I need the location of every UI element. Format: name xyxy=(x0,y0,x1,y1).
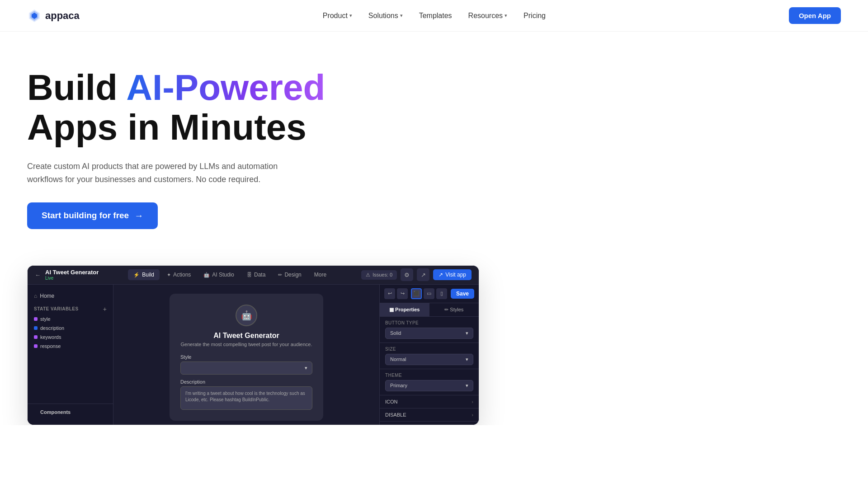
panel-toolbar: ↩ ↪ ⬛ ▭ ▯ Save xyxy=(380,285,479,303)
tweet-card-title: AI Tweet Generator xyxy=(180,332,312,340)
hero-title-plain: Build xyxy=(27,67,126,108)
issues-icon: ⚠ xyxy=(366,272,370,278)
chevron-down-icon: ▾ xyxy=(505,13,507,19)
disable-row[interactable]: DISABLE › xyxy=(380,408,479,422)
brand-logo[interactable]: appaca xyxy=(27,9,80,23)
issues-button[interactable]: ⚠ Issues: 0 xyxy=(361,270,397,280)
theme-dropdown[interactable]: Primary ▾ xyxy=(385,380,473,391)
share-button[interactable]: ↗ xyxy=(417,268,429,281)
app-canvas: 🤖 AI Tweet Generator Generate the most c… xyxy=(113,285,379,425)
live-badge: Live xyxy=(45,276,99,281)
desktop-view-button[interactable]: ⬛ xyxy=(411,288,422,299)
tab-build[interactable]: ⚡ Build xyxy=(128,269,160,280)
nav-link-product[interactable]: Product ▾ xyxy=(323,12,352,20)
tab-design[interactable]: ✏ Design xyxy=(273,269,307,280)
external-link-icon: ↗ xyxy=(439,272,443,278)
nav-link-templates[interactable]: Templates xyxy=(419,12,452,20)
chevron-down-icon: ▾ xyxy=(349,13,352,19)
style-select-chevron: ▾ xyxy=(305,365,307,371)
sidebar-footer: Components xyxy=(28,404,113,419)
cta-button[interactable]: Start building for free → xyxy=(27,202,158,229)
visit-app-label: Visit app xyxy=(445,272,466,278)
components-label: Components xyxy=(34,408,77,417)
logo-icon xyxy=(27,9,42,23)
chevron-down-icon: ▾ xyxy=(400,13,403,19)
styles-tab[interactable]: ✏ Styles xyxy=(429,303,479,316)
hero-subtitle: Create custom AI products that are power… xyxy=(27,160,307,186)
app-preview: ← AI Tweet Generator Live ⚡ Build ✦ Acti… xyxy=(27,265,479,425)
nav-links: Product ▾ Solutions ▾ Templates Resource… xyxy=(323,12,546,20)
sidebar-var-keywords[interactable]: keywords xyxy=(28,333,113,342)
visit-app-button[interactable]: ↗ Visit app xyxy=(433,269,472,280)
mobile-view-button[interactable]: ▯ xyxy=(436,288,447,299)
panel-tabs: ▦ Properties ✏ Styles xyxy=(380,303,479,317)
tab-data[interactable]: 🗄 Data xyxy=(241,269,271,280)
nav-item-resources[interactable]: Resources ▾ xyxy=(468,12,507,20)
add-state-var-button[interactable]: + xyxy=(103,305,107,313)
styles-icon: ✏ xyxy=(444,307,450,312)
button-type-dropdown[interactable]: Solid ▾ xyxy=(385,328,473,339)
theme-label: Theme xyxy=(385,373,473,378)
size-label: Size xyxy=(385,347,473,352)
open-app-button[interactable]: Open App xyxy=(789,7,841,24)
button-type-section: Button type Solid ▾ xyxy=(380,317,479,343)
theme-section: Theme Primary ▾ xyxy=(380,369,479,395)
interactions-row[interactable]: INTERACTIONS › xyxy=(380,422,479,425)
sidebar-home-label: Home xyxy=(40,293,54,299)
nav-item-templates[interactable]: Templates xyxy=(419,12,452,20)
nav-link-solutions[interactable]: Solutions ▾ xyxy=(368,12,403,20)
tab-more-label: More xyxy=(314,272,326,278)
state-vars-title: State variables + xyxy=(34,305,107,313)
cta-arrow-icon: → xyxy=(134,211,143,221)
tab-ai-studio-label: AI Studio xyxy=(212,272,234,278)
tab-build-label: Build xyxy=(142,272,154,278)
nav-link-pricing[interactable]: Pricing xyxy=(524,12,546,20)
app-title-wrap: AI Tweet Generator Live xyxy=(45,269,99,281)
navbar: appaca Product ▾ Solutions ▾ Templates R… xyxy=(0,0,868,32)
settings-button[interactable]: ⚙ xyxy=(401,268,413,281)
hero-section: Build AI-Powered Apps in Minutes Create … xyxy=(0,32,407,247)
nav-link-resources[interactable]: Resources ▾ xyxy=(468,12,507,20)
cta-label: Start building for free xyxy=(42,211,129,221)
right-panel: ↩ ↪ ⬛ ▭ ▯ Save ▦ Properties xyxy=(379,285,479,425)
tab-ai-studio[interactable]: 🤖 AI Studio xyxy=(198,269,240,280)
nav-item-product[interactable]: Product ▾ xyxy=(323,12,352,20)
actions-icon: ✦ xyxy=(167,272,171,278)
tablet-view-button[interactable]: ▭ xyxy=(424,288,434,299)
view-buttons: ⬛ ▭ ▯ xyxy=(411,288,447,299)
save-button[interactable]: Save xyxy=(451,289,474,299)
redo-button[interactable]: ↪ xyxy=(397,288,408,299)
undo-redo-group: ↩ ↪ xyxy=(384,288,408,299)
tab-more[interactable]: More xyxy=(309,269,332,280)
issues-label: Issues: 0 xyxy=(373,272,392,277)
sidebar-var-response[interactable]: response xyxy=(28,342,113,351)
hero-title-line2: Apps in Minutes xyxy=(27,107,307,147)
hero-title: Build AI-Powered Apps in Minutes xyxy=(27,68,380,147)
back-icon: ← xyxy=(35,272,41,278)
properties-tab[interactable]: ▦ Properties xyxy=(380,303,429,316)
properties-label: Properties xyxy=(395,307,420,312)
screenshot-section: ← AI Tweet Generator Live ⚡ Build ✦ Acti… xyxy=(0,247,868,425)
sidebar-var-description[interactable]: description xyxy=(28,324,113,333)
tab-design-label: Design xyxy=(284,272,301,278)
var-color-dot xyxy=(34,344,38,348)
var-description-label: description xyxy=(40,325,64,331)
var-style-label: style xyxy=(40,316,51,322)
sidebar-home[interactable]: ⌂ Home xyxy=(28,290,113,302)
description-textarea[interactable]: I'm writing a tweet about how cool is th… xyxy=(180,386,312,410)
size-dropdown[interactable]: Normal ▾ xyxy=(385,354,473,365)
var-response-label: response xyxy=(40,343,61,349)
icon-row[interactable]: ICON › xyxy=(380,395,479,408)
nav-item-solutions[interactable]: Solutions ▾ xyxy=(368,12,403,20)
undo-button[interactable]: ↩ xyxy=(384,288,395,299)
back-button[interactable]: ← xyxy=(35,272,41,278)
nav-item-pricing[interactable]: Pricing xyxy=(524,12,546,20)
desc-field-label: Description xyxy=(180,379,312,385)
tab-actions[interactable]: ✦ Actions xyxy=(161,269,196,280)
style-select[interactable]: ▾ xyxy=(180,361,312,375)
sidebar-var-style[interactable]: style xyxy=(28,314,113,324)
hero-title-gradient: AI-Powered xyxy=(126,67,325,108)
brand-name: appaca xyxy=(45,10,80,22)
tab-data-label: Data xyxy=(254,272,265,278)
disable-label: DISABLE xyxy=(385,412,406,418)
